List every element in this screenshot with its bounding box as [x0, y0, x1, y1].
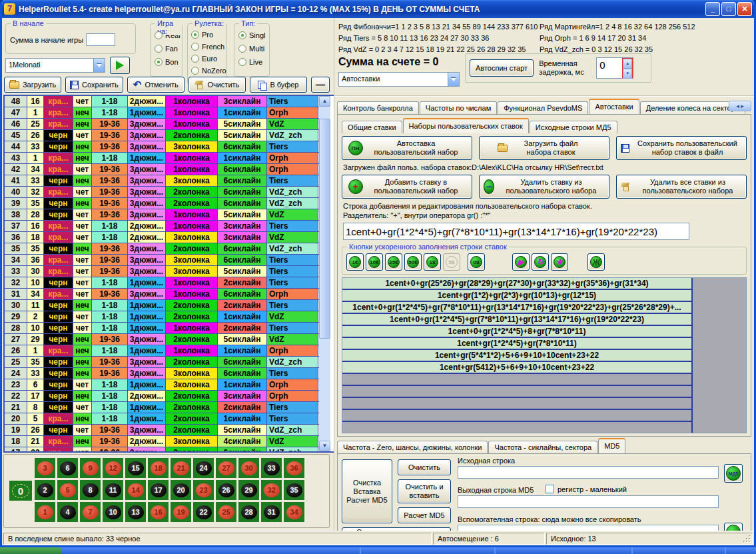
board-number-cell[interactable]: 9 [80, 458, 101, 478]
board-number-cell[interactable]: 22 [193, 502, 214, 522]
autostake-user-set-button[interactable]: ПН Автоставка пользовательский набор [342, 136, 472, 160]
remove-stake-button[interactable]: − Удалить ставку из пользовательского на… [479, 175, 609, 199]
table-row[interactable]: 236чернчет1-181дюжи...3колонка1сиклайнOr… [5, 379, 319, 391]
board-number-cell[interactable]: 16 [148, 502, 169, 522]
quick-50eur-button[interactable]: 50€ [404, 253, 422, 271]
play-button[interactable] [110, 57, 130, 74]
board-number-cell[interactable]: 1 [35, 502, 55, 522]
scrollbar-thumb[interactable] [319, 119, 330, 339]
quick-1eur-button[interactable]: 1€ [346, 253, 364, 271]
table-row[interactable]: 1926чернчет19-363дюжи...2колонка5сиклайн… [5, 425, 319, 436]
minimize-button[interactable]: _ [705, 2, 720, 16]
close-button[interactable]: ✕ [737, 2, 752, 16]
table-row[interactable]: 4433черннеч19-363дюжи...3колонка6сиклайн… [5, 141, 319, 153]
delay-spinner[interactable]: 0 ▲ ▼ [596, 57, 633, 79]
table-row[interactable]: 1821кра...неч19-362дюжи...3колонка4сикла… [5, 436, 319, 447]
board-number-cell[interactable]: 31 [261, 502, 282, 522]
radio-french[interactable]: French [191, 42, 225, 51]
md5-calc-icon-button[interactable]: МД5 [724, 464, 743, 483]
board-number-cell[interactable]: 28 [238, 502, 259, 522]
board-number-cell[interactable]: 34 [284, 502, 304, 522]
load-stake-file-button[interactable]: Загрузить файл набора ставок [479, 136, 609, 160]
board-number-cell[interactable]: 19 [171, 502, 191, 522]
table-row[interactable]: 2810чернчет1-181дюжи...1колонка2сиклайнT… [5, 323, 319, 334]
bet-list-item[interactable]: 1cent+0+gr(1*2*4*5)+gr(7*8*10*11)+gr(13*… [342, 314, 691, 326]
radio-bon[interactable]: Bon [155, 57, 180, 67]
tab-bankroll-control[interactable]: Контроль банкролла [337, 101, 419, 114]
chevron-down-icon[interactable] [448, 73, 459, 86]
bet-list-item[interactable]: 1cent+gr(1*2*4*5)+gr(7*8*10*11) [342, 338, 691, 350]
board-number-cell[interactable]: 5 [57, 480, 78, 500]
board-number-cell[interactable]: 21 [171, 458, 191, 478]
table-row[interactable]: 2217черннеч1-182дюжи...2колонка3сиклайнO… [5, 391, 319, 402]
table-row[interactable]: 2433черннеч19-363дюжи...3колонка6сиклайн… [5, 368, 319, 379]
titlebar[interactable]: 7 HelperRoullet 5.4- create helperroulle… [0, 0, 756, 18]
scroll-down-icon[interactable]: ▼ [319, 441, 330, 451]
bet-list-item[interactable]: 1cent+gr(5412)+5+6+9+10+10cent+23+22 [342, 362, 691, 374]
board-number-cell[interactable]: 2 [35, 480, 55, 500]
board-number-cell[interactable]: 20 [171, 480, 191, 500]
board-number-cell[interactable]: 17 [148, 480, 169, 500]
save-button[interactable]: Сохранить [65, 77, 123, 93]
board-number-cell[interactable]: 14 [125, 480, 146, 500]
start-button-fragment[interactable] [0, 547, 61, 554]
board-number-cell[interactable]: 33 [261, 458, 282, 478]
board-number-cell[interactable]: 8 [80, 480, 101, 500]
bet-list-item[interactable]: 1cent+gr(1*2)+gr(2*3)+gr(10*13)+gr(12*15… [342, 290, 691, 302]
quick-10eur-button[interactable]: 10€ [366, 253, 383, 271]
table-row[interactable]: 3330кра...чет19-363дюжи...3колонка5сикла… [5, 266, 319, 277]
tab-md5[interactable]: MD5 [598, 438, 625, 453]
table-row[interactable]: 3935черннеч19-363дюжи...2колонка6сиклайн… [5, 198, 319, 209]
quick-repeat-button[interactable]: ↻ [532, 253, 549, 271]
table-row[interactable]: 3011черннеч1-181дюжи...2колонка2сиклайнT… [5, 300, 319, 311]
maximize-button[interactable]: □ [721, 2, 736, 16]
lowercase-checkbox[interactable] [546, 485, 554, 493]
table-row[interactable]: 3210чернчет1-181дюжи...1колонка2сиклайнT… [5, 277, 319, 289]
mode-combo[interactable]: Автоставки [338, 72, 460, 87]
radio-fan[interactable]: Fan [155, 44, 180, 53]
board-number-cell[interactable]: 7 [80, 502, 101, 522]
subtab-md5-source-strings[interactable]: Исходные строки МД5 [530, 121, 617, 133]
copy-to-buffer-button[interactable]: В буфер [250, 77, 307, 93]
board-number-cell[interactable]: 36 [284, 458, 304, 478]
chevron-down-icon[interactable] [93, 59, 105, 72]
resize-grip[interactable] [743, 535, 751, 543]
board-number-cell[interactable]: 3 [35, 458, 55, 478]
board-number-cell[interactable]: 18 [148, 458, 169, 478]
table-row[interactable]: 261кра...неч1-181дюжи...1колонка1сиклайн… [5, 345, 319, 357]
table-row[interactable]: 431кра...неч1-181дюжи...1колонка1сиклайн… [5, 153, 319, 164]
md5-clear-paste-calc-button[interactable]: Очистка Вставка Расчет MD5 [342, 459, 392, 523]
board-number-cell[interactable]: 25 [216, 502, 236, 522]
scroll-up-icon[interactable]: ▲ [319, 96, 330, 107]
subtab-general-stakes[interactable]: Общие ставки [342, 121, 402, 133]
board-number-cell[interactable]: 23 [193, 480, 214, 500]
board-number-cell[interactable]: 30 [238, 458, 259, 478]
board-number-cell[interactable]: 13 [125, 502, 146, 522]
board-number-cell[interactable]: 24 [193, 458, 214, 478]
spinner-down-icon[interactable]: ▼ [623, 69, 632, 79]
radio-nozero[interactable]: NoZero [191, 66, 225, 75]
remove-all-stakes-button[interactable]: Удалить все ставки из пользовательского … [616, 175, 747, 199]
bet-set-list[interactable]: 1cent+0+gr(25*26)+gr(28*29)+gr(27*30)+gr… [342, 277, 747, 433]
table-row[interactable]: 471кра...неч1-181дюжи...1колонка1сиклайн… [5, 107, 319, 119]
tab-number-frequencies[interactable]: Частоты по числам [420, 101, 497, 114]
table-row[interactable]: 3436кра...чет19-363дюжи...3колонка6сикла… [5, 255, 319, 266]
table-row[interactable]: 4234кра...чет19-363дюжи...1колонка6сикла… [5, 164, 319, 175]
table-row[interactable]: 4816кра...чет1-182дюжи...1колонка3сиклай… [5, 96, 319, 107]
tab-freq-sixlines-sectors[interactable]: Частота - сиклайны, сектора [488, 441, 597, 453]
radio-live[interactable]: Live [238, 57, 266, 67]
table-row[interactable]: 205кра...неч1-181дюжи...2колонка1сиклайн… [5, 413, 319, 425]
table-scrollbar[interactable]: ▲ ▼ [319, 96, 330, 451]
table-row[interactable]: 3535черннеч19-363дюжи...2колонка6сиклайн… [5, 243, 319, 255]
stake-string-input[interactable] [343, 223, 689, 240]
radio-singl[interactable]: Singl [238, 31, 266, 40]
table-row[interactable]: 4032кра...чет19-363дюжи...2колонка6сикла… [5, 187, 319, 198]
board-number-cell[interactable]: 10 [103, 502, 123, 522]
collapse-button[interactable]: — [311, 77, 330, 93]
board-number-cell[interactable]: 35 [284, 480, 304, 500]
table-row[interactable]: 4133черннеч19-363дюжи...3колонка6сиклайн… [5, 175, 319, 187]
quick-star-button[interactable]: ★ [551, 253, 568, 271]
taskbar-sliver[interactable] [0, 547, 756, 554]
add-stake-button[interactable]: + Добавить ставку в пользовательский наб… [342, 175, 472, 199]
board-number-cell[interactable]: 26 [216, 480, 236, 500]
